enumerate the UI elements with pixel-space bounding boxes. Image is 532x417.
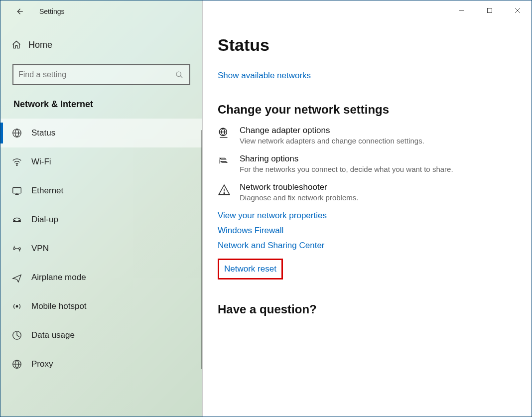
sidebar-item-data-usage[interactable]: Data usage [0, 321, 202, 350]
sidebar-item-vpn[interactable]: VPN [0, 234, 202, 263]
data-usage-icon [11, 330, 22, 341]
option-title: Network troubleshooter [240, 182, 358, 192]
main-content: Status Show available networks Change yo… [203, 0, 532, 417]
home-label: Home [28, 40, 52, 50]
svg-point-0 [176, 72, 181, 76]
search-input[interactable] [18, 70, 174, 79]
sidebar: Settings Home Network & Internet [0, 0, 203, 417]
svg-point-13 [224, 193, 225, 194]
back-button[interactable] [11, 3, 27, 19]
link-show-networks[interactable]: Show available networks [218, 71, 311, 81]
wifi-icon [11, 156, 22, 167]
sidebar-item-label: Data usage [31, 330, 75, 340]
dialup-icon [11, 214, 22, 225]
option-sharing[interactable]: Sharing options For the networks you con… [218, 154, 532, 173]
option-desc: Diagnose and fix network problems. [240, 193, 358, 202]
sidebar-item-ethernet[interactable]: Ethernet [0, 176, 202, 205]
sidebar-item-wifi[interactable]: Wi-Fi [0, 147, 202, 176]
sidebar-item-dialup[interactable]: Dial-up [0, 205, 202, 234]
sharing-icon [218, 155, 231, 168]
option-title: Sharing options [240, 154, 453, 164]
minimize-button[interactable] [448, 0, 476, 20]
option-desc: For the networks you connect to, decide … [240, 165, 453, 173]
link-sharing-center[interactable]: Network and Sharing Center [218, 241, 532, 251]
sidebar-item-status[interactable]: Status [0, 119, 202, 147]
sidebar-item-label: Status [31, 128, 55, 138]
minimize-icon [459, 7, 465, 13]
arrow-left-icon [15, 7, 24, 16]
sidebar-item-proxy[interactable]: Proxy [0, 350, 202, 379]
highlight-network-reset: Network reset [218, 259, 283, 279]
hotspot-icon [11, 301, 22, 312]
ethernet-icon [11, 185, 22, 196]
settings-window: Settings Home Network & Internet [0, 0, 532, 417]
links-stack: View your network properties Windows Fir… [218, 211, 532, 279]
section-change-settings: Change your network settings [218, 103, 532, 117]
globe-icon [11, 128, 22, 139]
sidebar-item-label: Airplane mode [31, 273, 86, 282]
vpn-icon [11, 243, 22, 254]
airplane-icon [11, 272, 22, 283]
maximize-button[interactable] [476, 0, 504, 20]
page-title: Status [218, 35, 532, 55]
sidebar-item-hotspot[interactable]: Mobile hotspot [0, 292, 202, 321]
svg-point-8 [16, 305, 18, 307]
close-icon [515, 7, 521, 13]
home-icon [11, 40, 21, 50]
warning-icon [218, 183, 231, 196]
search-icon [175, 71, 183, 79]
close-button[interactable] [504, 0, 532, 20]
svg-point-2 [16, 165, 17, 166]
link-network-reset[interactable]: Network reset [224, 264, 276, 274]
sidebar-item-label: Ethernet [31, 186, 63, 196]
option-adapter[interactable]: Change adapter options View network adap… [218, 126, 532, 145]
sidebar-item-label: VPN [31, 244, 49, 254]
option-title: Change adapter options [240, 126, 424, 136]
sidebar-scrollbar[interactable] [201, 130, 202, 369]
link-network-properties[interactable]: View your network properties [218, 211, 532, 221]
adapter-icon [218, 127, 231, 139]
sidebar-nav: Status Wi-Fi Eth [0, 119, 202, 379]
sidebar-item-airplane[interactable]: Airplane mode [0, 263, 202, 292]
svg-point-4 [14, 220, 15, 221]
window-controls [448, 0, 532, 20]
sidebar-category: Network & Internet [13, 99, 202, 110]
maximize-icon [487, 7, 493, 13]
section-have-question: Have a question? [218, 302, 532, 316]
sidebar-item-label: Mobile hotspot [31, 301, 87, 311]
sidebar-item-label: Wi-Fi [31, 157, 51, 167]
window-title: Settings [39, 7, 65, 15]
svg-rect-3 [13, 188, 21, 193]
svg-point-6 [13, 248, 15, 250]
titlebar: Settings [0, 0, 202, 22]
proxy-icon [11, 359, 22, 370]
option-desc: View network adapters and change connect… [240, 137, 424, 145]
home-nav[interactable]: Home [0, 31, 202, 58]
option-troubleshooter[interactable]: Network troubleshooter Diagnose and fix … [218, 182, 532, 202]
sidebar-item-label: Dial-up [31, 215, 58, 225]
link-windows-firewall[interactable]: Windows Firewall [218, 226, 532, 236]
svg-point-7 [19, 248, 21, 250]
svg-rect-11 [488, 8, 492, 13]
svg-point-5 [19, 220, 20, 221]
sidebar-item-label: Proxy [31, 359, 53, 369]
search-box[interactable] [12, 64, 190, 85]
